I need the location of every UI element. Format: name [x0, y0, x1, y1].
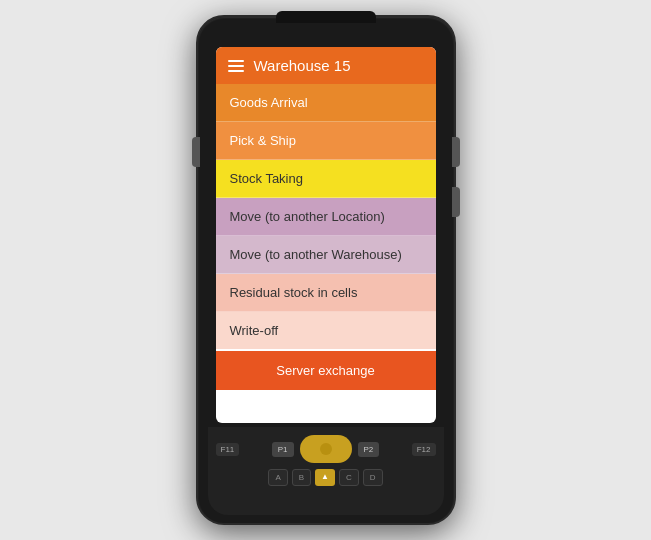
- handheld-device: Warehouse 15 Goods Arrival Pick & Ship S…: [196, 15, 456, 525]
- bottom-keys-row: A B ▲ C D: [208, 467, 444, 488]
- menu-item-move-warehouse[interactable]: Move (to another Warehouse): [216, 236, 436, 274]
- a-key[interactable]: A: [268, 469, 287, 486]
- side-button-right-1[interactable]: [452, 137, 460, 167]
- hamburger-icon[interactable]: [228, 60, 244, 72]
- device-screen: Warehouse 15 Goods Arrival Pick & Ship S…: [216, 47, 436, 423]
- d-key[interactable]: D: [363, 469, 383, 486]
- menu-item-goods-arrival[interactable]: Goods Arrival: [216, 84, 436, 122]
- menu-item-residual-stock[interactable]: Residual stock in cells: [216, 274, 436, 312]
- side-button-left[interactable]: [192, 137, 200, 167]
- keypad: F11 P1 P2 F12 A B ▲ C D: [208, 427, 444, 515]
- menu-item-move-location[interactable]: Move (to another Location): [216, 198, 436, 236]
- f11-key[interactable]: F11: [216, 443, 240, 456]
- side-button-right-2[interactable]: [452, 187, 460, 217]
- b-key[interactable]: B: [292, 469, 311, 486]
- p2-key[interactable]: P2: [358, 442, 380, 457]
- keypad-top-row: F11 P1 P2 F12: [208, 427, 444, 467]
- menu-item-pick-ship[interactable]: Pick & Ship: [216, 122, 436, 160]
- f12-key[interactable]: F12: [412, 443, 436, 456]
- app-header: Warehouse 15: [216, 47, 436, 84]
- p1-key[interactable]: P1: [272, 442, 294, 457]
- d-pad-center: [320, 443, 332, 455]
- d-pad-area: P1 P2: [264, 433, 388, 465]
- menu-item-stock-taking[interactable]: Stock Taking: [216, 160, 436, 198]
- menu-list: Goods Arrival Pick & Ship Stock Taking M…: [216, 84, 436, 349]
- menu-item-writeoff[interactable]: Write-off: [216, 312, 436, 349]
- device-top-bumper: [276, 11, 376, 23]
- c-key[interactable]: C: [339, 469, 359, 486]
- server-exchange-button[interactable]: Server exchange: [216, 351, 436, 390]
- app-title: Warehouse 15: [254, 57, 351, 74]
- d-pad[interactable]: [300, 435, 352, 463]
- nav-up-key[interactable]: ▲: [315, 469, 335, 486]
